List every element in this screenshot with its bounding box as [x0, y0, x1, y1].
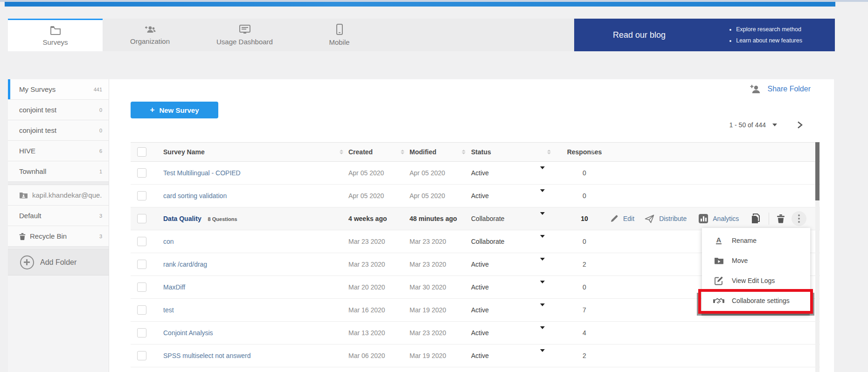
status-label: Active — [471, 329, 489, 337]
row-checkbox[interactable] — [137, 214, 146, 223]
folder-count: 6 — [99, 148, 102, 154]
survey-name-link[interactable]: Data Quality — [163, 215, 201, 222]
survey-name-link[interactable]: MaxDiff — [163, 283, 185, 291]
sidebar-item-my-surveys[interactable]: My Surveys 441 — [8, 79, 109, 100]
survey-name-link[interactable]: Conjoint Analysis — [163, 329, 213, 337]
status-dropdown-caret[interactable] — [540, 212, 545, 222]
actions-divider — [769, 213, 769, 225]
row-checkbox[interactable] — [137, 168, 146, 178]
sidebar-item-conjoint-test-2[interactable]: conjoint test 0 — [8, 120, 109, 141]
folder-count: 441 — [94, 87, 102, 92]
column-header-created[interactable]: Created — [348, 148, 373, 156]
sidebar-item-recycle-bin[interactable]: Recycle Bin 3 — [8, 226, 109, 247]
responses-count: 2 — [567, 352, 602, 359]
menu-item-move[interactable]: Move — [702, 250, 810, 270]
more-options-button[interactable] — [792, 211, 806, 226]
move-folder-icon — [713, 256, 724, 264]
status-dropdown-caret[interactable] — [540, 189, 545, 200]
created-date: Apr 05 2020 — [348, 192, 384, 200]
sort-icon[interactable] — [547, 150, 551, 154]
row-checkbox[interactable] — [137, 305, 146, 315]
sidebar-item-conjoint-test-1[interactable]: conjoint test 0 — [8, 100, 109, 120]
status-dropdown-caret[interactable] — [540, 326, 545, 337]
survey-name-link[interactable]: test — [163, 306, 174, 314]
sidebar-item-default[interactable]: Default 3 — [8, 206, 109, 226]
column-header-modified[interactable]: Modified — [410, 148, 437, 156]
distribute-action[interactable]: Distribute — [659, 215, 687, 222]
select-all-checkbox[interactable] — [137, 147, 146, 157]
column-header-responses[interactable]: Responses — [567, 148, 602, 156]
sidebar-item-townhall[interactable]: Townhall 1 — [8, 161, 109, 182]
survey-name-link[interactable]: Test Multilingual - COPIED — [163, 169, 241, 177]
row-checkbox[interactable] — [137, 191, 146, 200]
blog-banner: Read our blog Explore research method Le… — [574, 19, 835, 51]
survey-name-link[interactable]: con — [163, 238, 174, 245]
pagination: 1 - 50 of 444 — [729, 121, 803, 129]
modified-date: Apr 05 2020 — [410, 192, 445, 200]
row-checkbox[interactable] — [137, 260, 146, 269]
tab-mobile[interactable]: Mobile — [292, 19, 387, 51]
status-dropdown-caret[interactable] — [540, 349, 545, 359]
status-dropdown-caret[interactable] — [540, 281, 545, 291]
created-date: Mar 06 2020 — [348, 352, 385, 359]
survey-name-link[interactable]: rank /card/drag — [163, 261, 207, 268]
sidebar-item-shared-account[interactable]: kapil.khandekar@que... — [8, 185, 109, 206]
distribute-plane-icon[interactable] — [645, 214, 654, 223]
row-checkbox[interactable] — [137, 237, 146, 246]
menu-item-collaborate-settings[interactable]: Collaborate settings — [702, 290, 810, 310]
status-label: Collaborate — [471, 238, 505, 245]
next-page-button[interactable] — [797, 121, 803, 129]
add-folder-button[interactable]: Add Folder — [8, 250, 109, 276]
status-dropdown-caret[interactable] — [540, 166, 545, 177]
status-dropdown-caret[interactable] — [540, 303, 545, 314]
folder-count: 0 — [99, 107, 102, 113]
delete-trash-icon[interactable] — [777, 214, 785, 223]
sidebar-item-hive[interactable]: HIVE 6 — [8, 141, 109, 161]
row-checkbox[interactable] — [137, 282, 146, 292]
sort-icon[interactable] — [340, 150, 343, 154]
table-scrollbar-track[interactable] — [815, 142, 819, 372]
table-scrollbar-thumb[interactable] — [815, 142, 819, 200]
created-date: 4 weeks ago — [348, 215, 387, 222]
tab-surveys[interactable]: Surveys — [8, 19, 103, 51]
dashboard-card-icon — [239, 24, 251, 34]
edit-action[interactable]: Edit — [623, 215, 634, 222]
survey-dashboard: Surveys Organization Usage Dashboard Mob… — [0, 0, 868, 372]
status-label: Active — [471, 192, 489, 200]
analytics-action[interactable]: Analytics — [713, 215, 739, 222]
row-checkbox[interactable] — [137, 351, 146, 360]
survey-name-link[interactable]: card sorting validation — [163, 192, 227, 200]
folder-count: 1 — [99, 169, 102, 174]
survey-name-link[interactable]: SPSS multiselect not answerd — [163, 352, 251, 359]
share-folder-button[interactable]: Share Folder — [750, 84, 811, 94]
copy-icon[interactable] — [751, 213, 761, 224]
menu-item-view-edit-logs[interactable]: View Edit Logs — [702, 270, 810, 290]
analytics-bar-chart-icon[interactable] — [699, 214, 708, 223]
modified-date: Mar 23 2020 — [410, 238, 446, 245]
tab-usage-dashboard[interactable]: Usage Dashboard — [197, 19, 292, 51]
tab-organization[interactable]: Organization — [103, 19, 197, 51]
row-actions: Edit Distribute Analytics — [610, 207, 806, 230]
status-dropdown-caret[interactable] — [540, 235, 545, 245]
rename-icon: A — [713, 236, 724, 244]
top-accent-bar — [5, 2, 835, 7]
pagination-dropdown-caret[interactable] — [772, 124, 777, 126]
column-header-status[interactable]: Status — [471, 148, 491, 156]
new-survey-button[interactable]: + New Survey — [131, 102, 218, 118]
responses-count: 0 — [567, 192, 602, 200]
created-date: Mar 13 2020 — [348, 329, 385, 337]
column-header-survey-name[interactable]: Survey Name — [163, 148, 205, 156]
sort-icon[interactable] — [462, 150, 465, 154]
status-dropdown-caret[interactable] — [540, 258, 545, 268]
read-our-blog-link[interactable]: Read our blog — [613, 30, 666, 40]
tab-label: Organization — [130, 37, 170, 45]
modified-date: Mar 30 2020 — [410, 283, 446, 291]
question-count-badge: 8 Questions — [208, 216, 237, 222]
edit-pencil-icon[interactable] — [610, 214, 618, 223]
sort-icon[interactable] — [590, 150, 594, 154]
responses-count: 7 — [567, 306, 602, 314]
surveys-panel: Share Folder + New Survey 1 - 50 of 444 … — [109, 79, 834, 372]
sort-icon[interactable] — [401, 150, 404, 154]
menu-item-rename[interactable]: A Rename — [702, 230, 810, 250]
row-checkbox[interactable] — [137, 328, 146, 338]
